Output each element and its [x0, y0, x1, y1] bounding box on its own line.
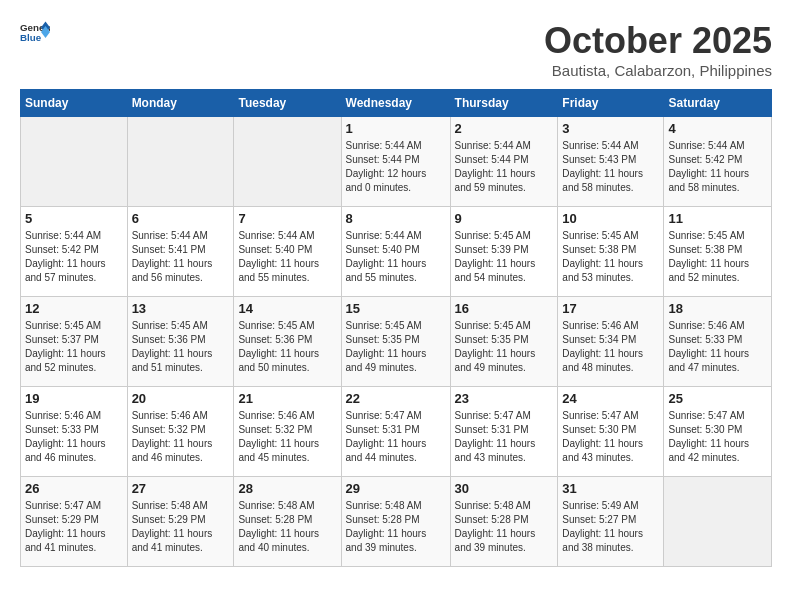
col-monday: Monday [127, 90, 234, 117]
day-number: 4 [668, 121, 767, 136]
day-info: Sunrise: 5:47 AM Sunset: 5:30 PM Dayligh… [562, 409, 659, 465]
day-info: Sunrise: 5:48 AM Sunset: 5:28 PM Dayligh… [455, 499, 554, 555]
day-number: 9 [455, 211, 554, 226]
day-info: Sunrise: 5:46 AM Sunset: 5:32 PM Dayligh… [132, 409, 230, 465]
calendar-cell: 22Sunrise: 5:47 AM Sunset: 5:31 PM Dayli… [341, 387, 450, 477]
day-number: 8 [346, 211, 446, 226]
day-info: Sunrise: 5:44 AM Sunset: 5:44 PM Dayligh… [455, 139, 554, 195]
col-friday: Friday [558, 90, 664, 117]
day-info: Sunrise: 5:45 AM Sunset: 5:39 PM Dayligh… [455, 229, 554, 285]
calendar-cell: 7Sunrise: 5:44 AM Sunset: 5:40 PM Daylig… [234, 207, 341, 297]
calendar-cell: 15Sunrise: 5:45 AM Sunset: 5:35 PM Dayli… [341, 297, 450, 387]
day-info: Sunrise: 5:46 AM Sunset: 5:34 PM Dayligh… [562, 319, 659, 375]
day-info: Sunrise: 5:46 AM Sunset: 5:33 PM Dayligh… [668, 319, 767, 375]
calendar-cell: 16Sunrise: 5:45 AM Sunset: 5:35 PM Dayli… [450, 297, 558, 387]
day-number: 31 [562, 481, 659, 496]
day-info: Sunrise: 5:44 AM Sunset: 5:41 PM Dayligh… [132, 229, 230, 285]
day-number: 3 [562, 121, 659, 136]
title-area: October 2025 Bautista, Calabarzon, Phili… [544, 20, 772, 79]
calendar-cell [127, 117, 234, 207]
col-saturday: Saturday [664, 90, 772, 117]
day-info: Sunrise: 5:44 AM Sunset: 5:42 PM Dayligh… [668, 139, 767, 195]
day-info: Sunrise: 5:47 AM Sunset: 5:31 PM Dayligh… [455, 409, 554, 465]
calendar-cell: 11Sunrise: 5:45 AM Sunset: 5:38 PM Dayli… [664, 207, 772, 297]
day-info: Sunrise: 5:49 AM Sunset: 5:27 PM Dayligh… [562, 499, 659, 555]
calendar-cell: 26Sunrise: 5:47 AM Sunset: 5:29 PM Dayli… [21, 477, 128, 567]
day-info: Sunrise: 5:45 AM Sunset: 5:38 PM Dayligh… [562, 229, 659, 285]
calendar-cell: 19Sunrise: 5:46 AM Sunset: 5:33 PM Dayli… [21, 387, 128, 477]
calendar-week-5: 26Sunrise: 5:47 AM Sunset: 5:29 PM Dayli… [21, 477, 772, 567]
calendar-cell: 18Sunrise: 5:46 AM Sunset: 5:33 PM Dayli… [664, 297, 772, 387]
calendar-week-1: 1Sunrise: 5:44 AM Sunset: 5:44 PM Daylig… [21, 117, 772, 207]
day-number: 21 [238, 391, 336, 406]
day-info: Sunrise: 5:45 AM Sunset: 5:36 PM Dayligh… [132, 319, 230, 375]
day-info: Sunrise: 5:44 AM Sunset: 5:43 PM Dayligh… [562, 139, 659, 195]
day-number: 13 [132, 301, 230, 316]
day-number: 1 [346, 121, 446, 136]
calendar-title: October 2025 [544, 20, 772, 62]
calendar-week-4: 19Sunrise: 5:46 AM Sunset: 5:33 PM Dayli… [21, 387, 772, 477]
day-number: 20 [132, 391, 230, 406]
day-number: 24 [562, 391, 659, 406]
calendar-cell: 21Sunrise: 5:46 AM Sunset: 5:32 PM Dayli… [234, 387, 341, 477]
calendar-header: Sunday Monday Tuesday Wednesday Thursday… [21, 90, 772, 117]
day-number: 10 [562, 211, 659, 226]
calendar-cell: 2Sunrise: 5:44 AM Sunset: 5:44 PM Daylig… [450, 117, 558, 207]
calendar-cell: 25Sunrise: 5:47 AM Sunset: 5:30 PM Dayli… [664, 387, 772, 477]
calendar-cell: 29Sunrise: 5:48 AM Sunset: 5:28 PM Dayli… [341, 477, 450, 567]
day-number: 25 [668, 391, 767, 406]
header-row: Sunday Monday Tuesday Wednesday Thursday… [21, 90, 772, 117]
day-number: 6 [132, 211, 230, 226]
logo: General Blue [20, 20, 50, 44]
col-sunday: Sunday [21, 90, 128, 117]
calendar-week-2: 5Sunrise: 5:44 AM Sunset: 5:42 PM Daylig… [21, 207, 772, 297]
calendar-cell: 9Sunrise: 5:45 AM Sunset: 5:39 PM Daylig… [450, 207, 558, 297]
calendar-cell: 20Sunrise: 5:46 AM Sunset: 5:32 PM Dayli… [127, 387, 234, 477]
day-info: Sunrise: 5:47 AM Sunset: 5:29 PM Dayligh… [25, 499, 123, 555]
day-info: Sunrise: 5:45 AM Sunset: 5:37 PM Dayligh… [25, 319, 123, 375]
calendar-cell: 31Sunrise: 5:49 AM Sunset: 5:27 PM Dayli… [558, 477, 664, 567]
day-number: 23 [455, 391, 554, 406]
calendar-cell [21, 117, 128, 207]
col-wednesday: Wednesday [341, 90, 450, 117]
day-number: 17 [562, 301, 659, 316]
day-info: Sunrise: 5:47 AM Sunset: 5:30 PM Dayligh… [668, 409, 767, 465]
calendar-body: 1Sunrise: 5:44 AM Sunset: 5:44 PM Daylig… [21, 117, 772, 567]
calendar-cell: 27Sunrise: 5:48 AM Sunset: 5:29 PM Dayli… [127, 477, 234, 567]
day-info: Sunrise: 5:45 AM Sunset: 5:35 PM Dayligh… [346, 319, 446, 375]
calendar-subtitle: Bautista, Calabarzon, Philippines [544, 62, 772, 79]
day-number: 15 [346, 301, 446, 316]
calendar-cell [664, 477, 772, 567]
day-number: 14 [238, 301, 336, 316]
calendar-cell: 8Sunrise: 5:44 AM Sunset: 5:40 PM Daylig… [341, 207, 450, 297]
calendar-cell [234, 117, 341, 207]
day-info: Sunrise: 5:48 AM Sunset: 5:28 PM Dayligh… [346, 499, 446, 555]
calendar-cell: 3Sunrise: 5:44 AM Sunset: 5:43 PM Daylig… [558, 117, 664, 207]
day-info: Sunrise: 5:44 AM Sunset: 5:44 PM Dayligh… [346, 139, 446, 195]
day-info: Sunrise: 5:46 AM Sunset: 5:33 PM Dayligh… [25, 409, 123, 465]
day-number: 26 [25, 481, 123, 496]
calendar-cell: 14Sunrise: 5:45 AM Sunset: 5:36 PM Dayli… [234, 297, 341, 387]
day-info: Sunrise: 5:45 AM Sunset: 5:36 PM Dayligh… [238, 319, 336, 375]
day-number: 2 [455, 121, 554, 136]
calendar-cell: 6Sunrise: 5:44 AM Sunset: 5:41 PM Daylig… [127, 207, 234, 297]
day-info: Sunrise: 5:47 AM Sunset: 5:31 PM Dayligh… [346, 409, 446, 465]
calendar-cell: 12Sunrise: 5:45 AM Sunset: 5:37 PM Dayli… [21, 297, 128, 387]
day-info: Sunrise: 5:45 AM Sunset: 5:35 PM Dayligh… [455, 319, 554, 375]
logo-icon: General Blue [20, 20, 50, 44]
day-number: 19 [25, 391, 123, 406]
calendar-cell: 30Sunrise: 5:48 AM Sunset: 5:28 PM Dayli… [450, 477, 558, 567]
header: General Blue October 2025 Bautista, Cala… [20, 20, 772, 79]
day-number: 11 [668, 211, 767, 226]
day-info: Sunrise: 5:44 AM Sunset: 5:40 PM Dayligh… [238, 229, 336, 285]
day-number: 5 [25, 211, 123, 226]
day-number: 18 [668, 301, 767, 316]
calendar-cell: 5Sunrise: 5:44 AM Sunset: 5:42 PM Daylig… [21, 207, 128, 297]
day-info: Sunrise: 5:46 AM Sunset: 5:32 PM Dayligh… [238, 409, 336, 465]
day-number: 7 [238, 211, 336, 226]
day-number: 30 [455, 481, 554, 496]
calendar-cell: 17Sunrise: 5:46 AM Sunset: 5:34 PM Dayli… [558, 297, 664, 387]
day-number: 22 [346, 391, 446, 406]
day-info: Sunrise: 5:48 AM Sunset: 5:28 PM Dayligh… [238, 499, 336, 555]
col-tuesday: Tuesday [234, 90, 341, 117]
